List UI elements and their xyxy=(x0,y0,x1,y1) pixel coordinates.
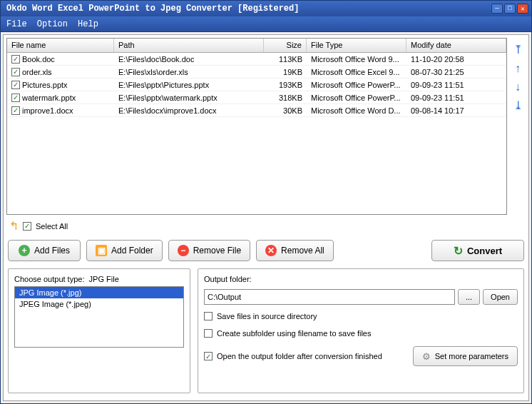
subfolder-label: Create subfolder using filename to save … xyxy=(217,329,371,338)
table-row[interactable]: order.xlsE:\Files\xls\order.xls19KBMicro… xyxy=(7,66,506,79)
menu-option[interactable]: Option xyxy=(37,19,68,29)
close-button[interactable]: ✕ xyxy=(517,4,528,14)
move-bottom-button[interactable]: ⤓ xyxy=(511,99,524,112)
col-filename[interactable]: File name xyxy=(7,39,114,52)
menu-file[interactable]: File xyxy=(6,19,27,29)
table-row[interactable]: improve1.docxE:\Files\docx\improve1.docx… xyxy=(7,104,506,117)
select-all-checkbox[interactable] xyxy=(23,222,31,231)
minimize-button[interactable]: ─ xyxy=(491,4,503,14)
col-path[interactable]: Path xyxy=(114,39,264,52)
add-folder-button[interactable]: ▣Add Folder xyxy=(86,240,163,261)
open-after-checkbox[interactable] xyxy=(204,352,213,360)
convert-icon: ↻ xyxy=(454,244,463,258)
window-title: Okdo Word Excel PowerPoint to Jpeg Conve… xyxy=(4,4,491,14)
output-folder-label: Output folder: xyxy=(204,275,518,283)
browse-button[interactable]: ... xyxy=(458,289,480,305)
content-area: File name Path Size File Type Modify dat… xyxy=(3,34,529,401)
save-source-checkbox[interactable] xyxy=(204,312,213,320)
output-type-listbox[interactable]: JPG Image (*.jpg)JPEG Image (*.jpeg) xyxy=(14,286,184,348)
app-window: Okdo Word Excel PowerPoint to Jpeg Conve… xyxy=(0,0,532,404)
remove-file-button[interactable]: −Remove File xyxy=(168,240,250,261)
menu-help[interactable]: Help xyxy=(78,19,98,29)
menubar: File Option Help xyxy=(1,16,531,32)
titlebar: Okdo Word Excel PowerPoint to Jpeg Conve… xyxy=(1,1,531,16)
row-checkbox[interactable] xyxy=(11,68,20,76)
list-item[interactable]: JPEG Image (*.jpeg) xyxy=(15,298,183,310)
row-checkbox[interactable] xyxy=(11,106,20,115)
table-row[interactable]: Book.docE:\Files\doc\Book.doc113KBMicros… xyxy=(7,53,506,66)
output-type-label: Choose output type: JPG File xyxy=(14,275,184,283)
reorder-arrows: ⤒ ↑ ↓ ⤓ xyxy=(510,38,526,215)
col-date[interactable]: Modify date xyxy=(406,39,506,52)
grid-header: File name Path Size File Type Modify dat… xyxy=(7,39,506,53)
open-after-label: Open the output folder after conversion … xyxy=(217,352,382,360)
table-row[interactable]: watermark.pptxE:\Files\pptx\watermark.pp… xyxy=(7,91,506,104)
move-up-button[interactable]: ↑ xyxy=(511,62,524,75)
up-arrow-icon: ↰ xyxy=(9,219,19,233)
remove-all-button[interactable]: ✕Remove All xyxy=(256,240,334,261)
move-top-button[interactable]: ⤒ xyxy=(511,44,524,56)
maximize-button[interactable]: □ xyxy=(504,4,516,14)
select-all-row: ↰ Select All xyxy=(6,215,526,237)
gear-icon: ⚙ xyxy=(422,351,431,362)
toolbar: +Add Files ▣Add Folder −Remove File ✕Rem… xyxy=(6,237,526,264)
save-source-label: Save files in source directory xyxy=(217,312,317,320)
list-item[interactable]: JPG Image (*.jpg) xyxy=(15,287,183,298)
select-all-label: Select All xyxy=(36,222,68,231)
folder-icon: ▣ xyxy=(96,245,107,256)
row-checkbox[interactable] xyxy=(11,55,20,64)
move-down-button[interactable]: ↓ xyxy=(511,81,524,94)
open-folder-button[interactable]: Open xyxy=(483,289,518,305)
row-checkbox[interactable] xyxy=(11,94,20,102)
output-folder-panel: Output folder: ... Open Save files in so… xyxy=(198,268,524,393)
set-more-parameters-button[interactable]: ⚙Set more parameters xyxy=(413,346,518,366)
output-folder-input[interactable] xyxy=(204,289,455,305)
subfolder-checkbox[interactable] xyxy=(204,329,213,338)
col-size[interactable]: Size xyxy=(264,39,307,52)
output-type-panel: Choose output type: JPG File JPG Image (… xyxy=(8,268,190,393)
x-icon: ✕ xyxy=(265,245,277,256)
minus-icon: − xyxy=(178,245,189,256)
file-grid[interactable]: File name Path Size File Type Modify dat… xyxy=(6,38,507,215)
col-type[interactable]: File Type xyxy=(307,39,406,52)
plus-icon: + xyxy=(19,245,30,256)
add-files-button[interactable]: +Add Files xyxy=(8,240,81,261)
row-checkbox[interactable] xyxy=(11,81,20,89)
convert-button[interactable]: ↻Convert xyxy=(431,240,524,261)
table-row[interactable]: Pictures.pptxE:\Files\pptx\Pictures.pptx… xyxy=(7,79,506,91)
